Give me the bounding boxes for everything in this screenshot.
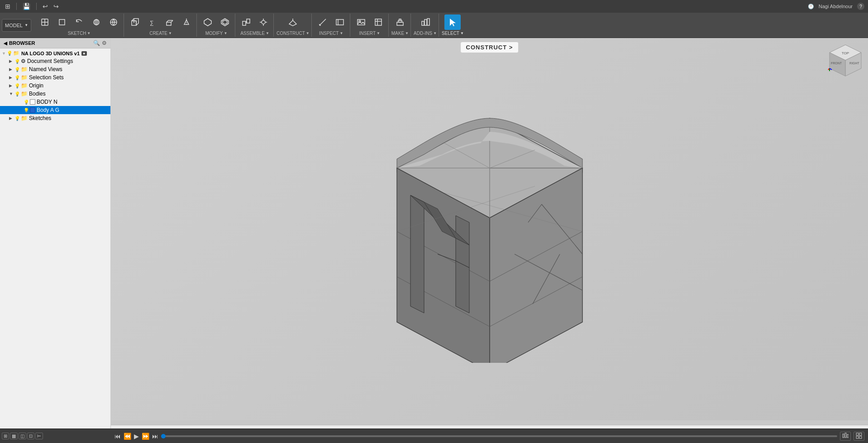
body-ag-eye: 💡 <box>24 108 29 113</box>
svg-marker-48 <box>450 19 456 26</box>
modify-label[interactable]: MODIFY▼ <box>205 31 228 36</box>
3d-model <box>365 96 614 363</box>
inspect-label[interactable]: INSPECT▼ <box>319 31 343 36</box>
timeline-next-btn[interactable]: ⏩ <box>142 433 149 440</box>
undo-icon[interactable]: ↩ <box>41 3 49 10</box>
sketch-globe-btn[interactable] <box>105 14 122 30</box>
create-extrude-btn[interactable] <box>161 14 177 30</box>
sketch-label[interactable]: SKETCH▼ <box>68 31 91 36</box>
browser-header: ◀ BROWSER 🔍 ⚙ <box>0 38 110 48</box>
sketch-undo-btn[interactable] <box>71 14 87 30</box>
svg-rect-44 <box>399 19 401 20</box>
assemble-label[interactable]: ASSEMBLE▼ <box>240 31 269 36</box>
collapse-icon[interactable]: ◀ <box>4 41 7 46</box>
create-sum-btn[interactable]: ∑ <box>144 14 160 30</box>
sidebar-timeline-btn1[interactable]: ⊞ <box>2 433 9 439</box>
document-name: NA LOGO 3D UNIONS v1 <box>21 51 80 56</box>
tree-root[interactable]: ▼ 💡 📁 NA LOGO 3D UNIONS v1 ● <box>0 49 110 57</box>
select-btn[interactable] <box>444 14 461 30</box>
svg-rect-110 <box>845 433 846 438</box>
model-selector[interactable]: MODEL ▼ <box>2 19 31 32</box>
bodies-label: Bodies <box>29 91 46 97</box>
timeline-settings-btn[interactable] <box>840 432 851 441</box>
apps-icon[interactable]: ⊞ <box>4 3 12 10</box>
insert-section: INSERT▼ <box>351 14 389 37</box>
svg-rect-23 <box>247 19 250 23</box>
sidebar-timeline-btn3[interactable]: ◫ <box>19 433 26 439</box>
make-btn[interactable] <box>392 14 408 30</box>
separator2 <box>36 3 37 10</box>
modify-press-btn[interactable] <box>200 14 216 30</box>
svg-rect-37 <box>358 19 365 25</box>
timeline: ⏮ ⏪ ▶ ⏩ ⏭ <box>111 429 868 443</box>
inspect-display-btn[interactable] <box>332 14 348 30</box>
create-label[interactable]: CREATE▼ <box>149 31 172 36</box>
addins-label[interactable]: ADD-INS▼ <box>414 31 437 36</box>
doc-badge[interactable]: ● <box>81 51 86 56</box>
tree-item-body-ag[interactable]: 💡 Body A G <box>0 106 110 114</box>
body-ag-label: Body A G <box>37 107 59 113</box>
svg-rect-42 <box>397 22 403 25</box>
timeline-track[interactable] <box>161 435 837 437</box>
sidebar-timeline-btn5[interactable]: ⊢ <box>35 433 43 439</box>
timeline-prev-btn[interactable]: ⏪ <box>124 433 131 440</box>
sketch-stop-btn[interactable] <box>54 14 70 30</box>
create-box-btn[interactable] <box>127 14 143 30</box>
insert-canvas-btn[interactable] <box>370 14 386 30</box>
inspect-measure-btn[interactable] <box>315 14 331 30</box>
tree-item-bodies[interactable]: ▼ 💡 📁 Bodies <box>0 90 110 98</box>
timeline-view-btn[interactable] <box>854 432 864 441</box>
model-area[interactable]: CONSTRUCT > TOP RIGHT FRONT <box>111 38 868 420</box>
save-icon[interactable]: 💾 <box>21 3 32 10</box>
insert-image-btn[interactable] <box>353 14 369 30</box>
addins-btn[interactable] <box>417 14 434 30</box>
body-n-icon <box>30 99 35 105</box>
tree-item-sketches[interactable]: ▶ 💡 📁 Sketches <box>0 114 110 122</box>
svg-rect-111 <box>847 434 849 438</box>
svg-rect-114 <box>856 436 858 438</box>
named-views-label: Named Views <box>29 66 62 72</box>
svg-marker-70 <box>410 195 424 313</box>
select-label[interactable]: SELECT▼ <box>442 31 464 36</box>
construct-breadcrumb: CONSTRUCT > <box>460 42 519 53</box>
tree-item-selection-sets[interactable]: ▶ 💡 📁 Selection Sets <box>0 73 110 82</box>
modify-shell-btn[interactable] <box>217 14 233 30</box>
svg-text:∑: ∑ <box>150 19 154 26</box>
svg-rect-47 <box>427 19 429 25</box>
sidebar-timeline-btn4[interactable]: ⊡ <box>27 433 34 439</box>
redo-icon[interactable]: ↪ <box>52 3 60 10</box>
tree-item-body-n[interactable]: 💡 BODY N <box>0 98 110 106</box>
sidebar-timeline-btn2[interactable]: ▦ <box>10 433 18 439</box>
insert-label[interactable]: INSERT▼ <box>359 31 380 36</box>
construct-label[interactable]: CONSTRUCT▼ <box>277 31 310 36</box>
assemble-joint-btn[interactable] <box>255 14 272 30</box>
svg-point-25 <box>262 20 265 24</box>
sidebar: ◀ BROWSER 🔍 ⚙ ▼ 💡 📁 NA LOGO 3D UNIONS v1… <box>0 38 111 443</box>
svg-text:RIGHT: RIGHT <box>849 62 860 65</box>
tree-item-named-views[interactable]: ▶ 💡 📁 Named Views <box>0 65 110 73</box>
svg-rect-39 <box>375 19 382 25</box>
sketch-project-btn[interactable] <box>88 14 105 30</box>
browser-title: BROWSER <box>9 40 35 46</box>
make-label[interactable]: MAKE▼ <box>391 31 409 36</box>
construct-plane-btn[interactable] <box>285 14 301 30</box>
tree-item-doc-settings[interactable]: ▶ 💡 ⚙ Document Settings <box>0 57 110 65</box>
visibility-icon[interactable]: 💡 <box>7 51 12 56</box>
timeline-thumb[interactable] <box>161 434 166 438</box>
browser-search-btn[interactable]: 🔍 <box>93 40 100 46</box>
viewcube[interactable]: TOP RIGHT FRONT <box>827 43 863 79</box>
create-section: ∑ CREATE▼ <box>125 14 197 37</box>
assemble-component-btn[interactable] <box>238 14 254 30</box>
body-n-label: BODY N <box>37 99 57 105</box>
viewport[interactable]: CONSTRUCT > TOP RIGHT FRONT <box>111 38 868 443</box>
doc-settings-label: Document Settings <box>27 58 73 64</box>
timeline-play-btn[interactable]: ▶ <box>134 433 139 440</box>
browser-settings-btn[interactable]: ⚙ <box>102 40 107 46</box>
sidebar-timeline: ⊞ ▦ ◫ ⊡ ⊢ <box>0 429 111 443</box>
timeline-end-btn[interactable]: ⏭ <box>152 433 158 440</box>
create-revolve-btn[interactable] <box>178 14 195 30</box>
sketch-create-btn[interactable] <box>37 14 53 30</box>
help-icon[interactable]: ? <box>857 3 864 10</box>
timeline-start-btn[interactable]: ⏮ <box>114 433 121 440</box>
tree-item-origin[interactable]: ▶ 💡 📁 Origin <box>0 82 110 90</box>
